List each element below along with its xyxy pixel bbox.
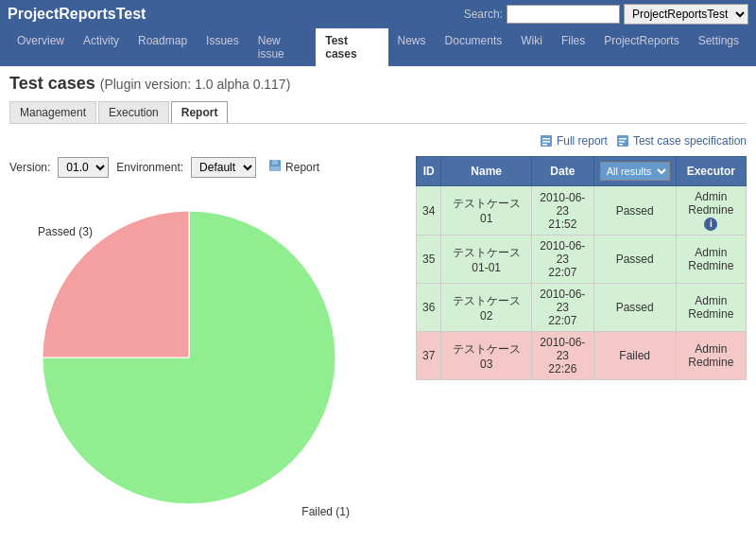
svg-rect-3 bbox=[542, 144, 547, 146]
svg-rect-9 bbox=[272, 160, 278, 165]
table-row: 36 テストケース02 2010-06-2322:07 Passed Admin… bbox=[417, 284, 747, 332]
cell-executor: AdminRedmine bbox=[676, 236, 746, 284]
app-title: ProjectReportsTest bbox=[8, 6, 146, 23]
cell-date: 2010-06-2322:07 bbox=[532, 284, 594, 332]
pie-chart bbox=[9, 187, 369, 528]
version-label: Version: bbox=[9, 161, 50, 174]
page-subtitle: (Plugin version: 1.0 alpha 0.117) bbox=[100, 77, 291, 92]
svg-rect-10 bbox=[270, 166, 280, 171]
cell-status: Passed bbox=[593, 284, 676, 332]
cell-executor: AdminRedmine bbox=[676, 284, 746, 332]
cell-date: 2010-06-2322:26 bbox=[532, 332, 594, 380]
col-date: Date bbox=[532, 157, 594, 186]
environment-label: Environment: bbox=[116, 161, 183, 174]
nav-test-cases[interactable]: Test cases bbox=[316, 28, 387, 66]
cell-executor: AdminRedmine bbox=[676, 332, 746, 380]
full-report-icon bbox=[539, 133, 554, 148]
tab-execution[interactable]: Execution bbox=[98, 101, 169, 123]
cell-name: テストケース03 bbox=[441, 332, 532, 380]
cell-id: 37 bbox=[417, 332, 441, 380]
nav-bar: Overview Activity Roadmap Issues New iss… bbox=[0, 28, 756, 66]
pie-passed-label: Passed (3) bbox=[38, 225, 93, 238]
report-button[interactable]: Report bbox=[264, 156, 323, 178]
cell-name: テストケース01 bbox=[441, 186, 532, 236]
search-scope-select[interactable]: ProjectReportsTest bbox=[624, 4, 748, 25]
nav-overview[interactable]: Overview bbox=[8, 28, 74, 66]
svg-rect-2 bbox=[542, 141, 550, 143]
nav-issues[interactable]: Issues bbox=[197, 28, 249, 66]
tabs: Management Execution Report bbox=[9, 101, 747, 124]
cell-date: 2010-06-2322:07 bbox=[532, 236, 594, 284]
test-case-spec-link[interactable]: Test case specification bbox=[615, 133, 747, 148]
search-label: Search: bbox=[464, 8, 503, 21]
tab-report[interactable]: Report bbox=[171, 101, 229, 123]
nav-settings[interactable]: Settings bbox=[689, 28, 748, 66]
search-input[interactable] bbox=[507, 5, 620, 24]
svg-rect-7 bbox=[619, 144, 623, 146]
cell-id: 35 bbox=[417, 236, 441, 284]
test-case-spec-icon bbox=[615, 133, 630, 148]
full-report-link[interactable]: Full report bbox=[539, 133, 608, 148]
table-row: 35 テストケース01-01 2010-06-2322:07 Passed Ad… bbox=[417, 236, 747, 284]
search-area: Search: ProjectReportsTest bbox=[464, 4, 748, 25]
action-bar: Full report Test case specification bbox=[9, 133, 747, 148]
nav-roadmap[interactable]: Roadmap bbox=[129, 28, 197, 66]
cell-executor: AdminRedmine i bbox=[676, 186, 746, 236]
result-filter-select[interactable]: All results Passed Failed bbox=[600, 162, 670, 181]
table-row: 34 テストケース01 2010-06-2321:52 Passed Admin… bbox=[417, 186, 747, 236]
nav-new-issue[interactable]: New issue bbox=[249, 28, 317, 66]
environment-select[interactable]: Default bbox=[191, 157, 256, 178]
tab-management[interactable]: Management bbox=[9, 101, 96, 123]
cell-name: テストケース02 bbox=[441, 284, 532, 332]
cell-status: Failed bbox=[593, 332, 676, 380]
page-content: Test cases (Plugin version: 1.0 alpha 0.… bbox=[0, 66, 756, 535]
col-id: ID bbox=[417, 157, 441, 186]
nav-activity[interactable]: Activity bbox=[74, 28, 129, 66]
col-executor: Executor bbox=[676, 157, 746, 186]
svg-rect-5 bbox=[619, 138, 627, 140]
controls-row: Version: 01.0 Environment: Default bbox=[9, 156, 406, 178]
nav-project-reports[interactable]: ProjectReports bbox=[594, 28, 688, 66]
table-body: 34 テストケース01 2010-06-2321:52 Passed Admin… bbox=[417, 186, 747, 380]
report-btn-label: Report bbox=[285, 161, 319, 174]
cell-status: Passed bbox=[593, 236, 676, 284]
svg-rect-6 bbox=[619, 141, 625, 143]
nav-wiki[interactable]: Wiki bbox=[511, 28, 552, 66]
col-name: Name bbox=[441, 157, 532, 186]
right-panel: ID Name Date All results Passed Failed E… bbox=[416, 156, 747, 528]
cell-id: 36 bbox=[417, 284, 441, 332]
cell-status: Passed bbox=[593, 186, 676, 236]
left-panel: Version: 01.0 Environment: Default bbox=[9, 156, 406, 528]
cell-id: 34 bbox=[417, 186, 441, 236]
results-table: ID Name Date All results Passed Failed E… bbox=[416, 156, 747, 380]
cell-name: テストケース01-01 bbox=[441, 236, 532, 284]
app-header: ProjectReportsTest Search: ProjectReport… bbox=[0, 0, 756, 28]
report-area: Version: 01.0 Environment: Default bbox=[9, 156, 747, 528]
test-case-spec-label: Test case specification bbox=[633, 134, 747, 148]
nav-news[interactable]: News bbox=[388, 28, 436, 66]
nav-documents[interactable]: Documents bbox=[436, 28, 512, 66]
version-select[interactable]: 01.0 bbox=[58, 157, 109, 178]
nav-files[interactable]: Files bbox=[552, 28, 594, 66]
full-report-label: Full report bbox=[557, 134, 608, 148]
page-title: Test cases (Plugin version: 1.0 alpha 0.… bbox=[9, 74, 747, 94]
cell-date: 2010-06-2321:52 bbox=[532, 186, 594, 236]
svg-rect-1 bbox=[542, 138, 550, 140]
pie-failed-label: Failed (1) bbox=[301, 505, 350, 518]
info-icon[interactable]: i bbox=[704, 218, 717, 231]
save-icon bbox=[267, 158, 283, 176]
table-row: 37 テストケース03 2010-06-2322:26 Failed Admin… bbox=[417, 332, 747, 380]
pie-chart-container: Passed (3) Failed (1) bbox=[9, 187, 369, 528]
col-filter: All results Passed Failed bbox=[593, 157, 676, 186]
